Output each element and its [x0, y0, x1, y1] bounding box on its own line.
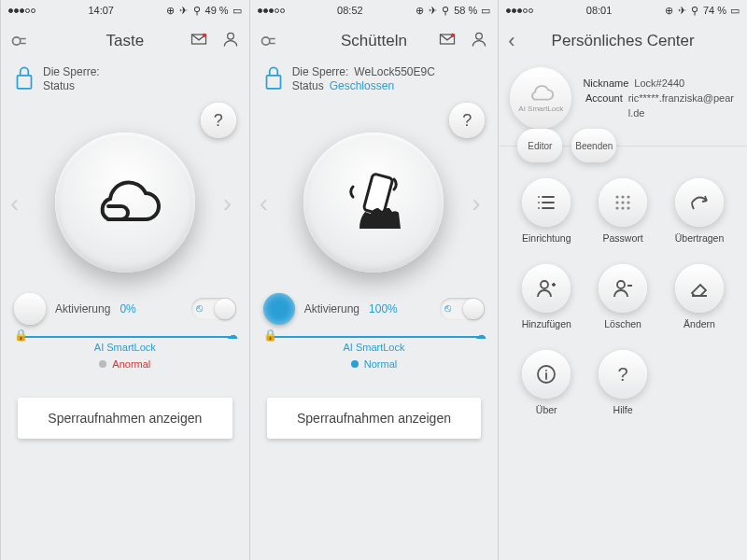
- profile-icon[interactable]: [470, 30, 488, 53]
- editor-label: Editor: [528, 141, 552, 151]
- screen-personal-center: 08:01 ⊕ ✈︎ ⚲74 %▭ ‹ Persönliches Center …: [498, 0, 747, 560]
- status-bar: 14:07 ⊕ ✈︎ ⚲49 %▭: [1, 0, 249, 21]
- mail-icon[interactable]: [438, 30, 457, 53]
- nickname-label: Nickname: [577, 76, 628, 91]
- smartlock-label: AI SmartLock: [18, 342, 233, 353]
- header: Taste: [1, 21, 249, 62]
- lock-info: Die Sperre: Status: [1, 62, 249, 97]
- lock-icon: [12, 63, 36, 94]
- view-recordings-button[interactable]: Sperraufnahmen anzeigen: [18, 398, 233, 439]
- list-icon: [535, 191, 557, 214]
- battery-icon: ▭: [481, 5, 490, 17]
- chevron-left-icon: ‹: [508, 29, 514, 53]
- action-help[interactable]: ?Hilfe: [599, 350, 647, 415]
- action-edit[interactable]: Ändern: [675, 264, 724, 329]
- action-password[interactable]: Passwort: [599, 178, 647, 244]
- eraser-icon: [688, 277, 711, 300]
- prev-arrow-icon[interactable]: ‹: [260, 189, 276, 217]
- action-label: Hilfe: [613, 404, 633, 415]
- next-arrow-icon[interactable]: ›: [472, 189, 488, 217]
- action-label: Ändern: [684, 318, 715, 329]
- lock-toggle[interactable]: ⎋: [440, 298, 485, 320]
- action-delete-user[interactable]: Löschen: [599, 264, 647, 329]
- action-about[interactable]: Über: [522, 350, 571, 415]
- header: Schütteln: [250, 21, 499, 62]
- prev-arrow-icon[interactable]: ‹: [10, 189, 27, 217]
- svg-point-20: [541, 281, 548, 288]
- activation-indicator[interactable]: [14, 293, 46, 325]
- question-icon: ?: [599, 350, 647, 399]
- cloud-small-icon: ☁: [475, 329, 486, 342]
- back-button[interactable]: ‹: [508, 21, 514, 62]
- action-label: Über: [536, 404, 557, 415]
- view-recordings-label: Sperraufnahmen anzeigen: [297, 411, 451, 426]
- action-add-user[interactable]: Hinzufügen: [522, 264, 571, 329]
- lock-open-icon: ⎋: [444, 301, 451, 315]
- profile-section: AI SmartLock NicknameLock#2440 Accountri…: [499, 62, 747, 147]
- info-icon: [535, 363, 557, 385]
- status-icons: ⊕ ✈︎ ⚲: [166, 5, 201, 17]
- status-time: 08:01: [586, 5, 613, 16]
- battery-icon: ▭: [233, 5, 242, 17]
- lock-small-icon: 🔒: [263, 329, 277, 342]
- activation-row: Aktivierung 0% ⎋: [1, 293, 249, 325]
- action-transfer[interactable]: Übertragen: [675, 178, 725, 244]
- account-value: ric*****.franziska@pearl.de: [628, 91, 736, 120]
- avatar-caption: AI SmartLock: [518, 105, 563, 113]
- action-setup[interactable]: Einrichtung: [522, 178, 571, 244]
- lock-toggle[interactable]: ⎋: [191, 298, 236, 320]
- lock-open-icon: ⎋: [196, 301, 203, 315]
- svg-point-16: [627, 201, 630, 203]
- share-icon: [688, 191, 711, 214]
- main-action-button[interactable]: [303, 133, 444, 273]
- svg-point-19: [627, 206, 630, 209]
- next-arrow-icon[interactable]: ›: [223, 189, 240, 217]
- lock-name: WeLock550E9C: [354, 65, 435, 79]
- nickname-value: Lock#2440: [634, 76, 684, 91]
- avatar[interactable]: AI SmartLock: [510, 67, 571, 129]
- smartlock-label: AI SmartLock: [267, 342, 482, 353]
- connection-bar: 🔒 ☁ AI SmartLock: [18, 336, 233, 353]
- signal-dots-icon: [258, 8, 285, 13]
- status-time: 14:07: [88, 5, 114, 16]
- lock-status-value: Geschlossen: [330, 79, 394, 93]
- logout-button[interactable]: Beenden: [571, 129, 616, 162]
- status-battery: 58 %: [454, 5, 477, 16]
- status-time: 08:52: [337, 5, 363, 16]
- status-line: Anormal: [1, 358, 249, 370]
- view-recordings-button[interactable]: Sperraufnahmen anzeigen: [267, 398, 482, 439]
- main-action-button[interactable]: [55, 133, 195, 273]
- svg-point-13: [627, 195, 630, 198]
- status-icons: ⊕ ✈︎ ⚲: [665, 5, 699, 17]
- cloud-icon: [87, 175, 163, 231]
- signal-dots-icon: [8, 8, 35, 13]
- lock-status-label: Status: [43, 79, 75, 93]
- menu-icon[interactable]: [260, 21, 278, 62]
- lock-info: Die Sperre:WeLock550E9C StatusGeschlosse…: [250, 62, 499, 97]
- activation-label: Aktivierung: [55, 302, 110, 315]
- lock-status-label: Status: [292, 79, 324, 93]
- battery-icon: ▭: [730, 5, 740, 17]
- activation-indicator[interactable]: [263, 293, 295, 325]
- cloud-icon: [527, 83, 555, 104]
- svg-rect-4: [18, 76, 32, 89]
- signal-dots-icon: [506, 8, 533, 13]
- mail-icon[interactable]: [190, 30, 208, 53]
- screen-taste: 14:07 ⊕ ✈︎ ⚲49 %▭ Taste Die Sperre: Stat…: [0, 0, 249, 560]
- svg-point-5: [261, 37, 269, 45]
- svg-point-3: [227, 33, 233, 39]
- lock-icon: [261, 63, 286, 94]
- svg-rect-9: [266, 76, 280, 89]
- status-dot-icon: [99, 360, 106, 368]
- editor-button[interactable]: Editor: [517, 129, 562, 162]
- menu-icon[interactable]: [10, 21, 29, 62]
- status-battery: 74 %: [703, 5, 726, 16]
- user-minus-icon: [612, 277, 634, 300]
- header: ‹ Persönliches Center: [499, 21, 747, 62]
- svg-point-8: [476, 33, 483, 39]
- svg-point-18: [622, 206, 625, 209]
- status-line: Normal: [250, 358, 499, 370]
- svg-point-0: [13, 37, 21, 45]
- profile-icon[interactable]: [221, 30, 240, 53]
- status-text: Normal: [364, 358, 397, 370]
